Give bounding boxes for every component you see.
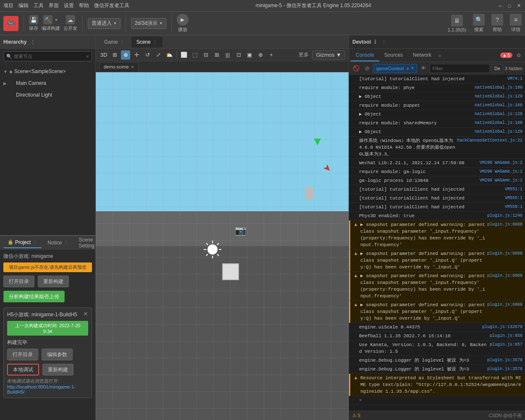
log-link[interactable]: VM555:1: [505, 195, 522, 202]
log-link[interactable]: VM551:1: [505, 186, 522, 193]
log-link[interactable]: plugin.js:856: [490, 333, 522, 339]
filter-input[interactable]: [433, 66, 487, 71]
rebuild-button[interactable]: 重新构建: [38, 276, 69, 287]
tree-item-scene[interactable]: ▼ ◆ Scene<SampleScene>: [0, 66, 95, 77]
context-selector[interactable]: gameContext ● ▼: [373, 64, 417, 73]
btn-cloud[interactable]: ⛅: [165, 50, 174, 60]
maximize-button[interactable]: □: [507, 3, 512, 9]
hierarchy-menu-icon[interactable]: ⋮: [30, 39, 36, 45]
notice-tab-dots[interactable]: ⋮: [63, 240, 68, 246]
btn-t3[interactable]: ⊟: [201, 50, 210, 60]
log-link[interactable]: nativeGlobal.js:129: [475, 111, 522, 118]
close-button[interactable]: ✕: [516, 3, 522, 9]
btn-grid[interactable]: ⊞: [110, 50, 119, 60]
h5-local-debug-button[interactable]: 本地调试: [7, 364, 39, 375]
btn-scale[interactable]: ⤢: [154, 50, 163, 60]
viewport[interactable]: 📷 ▼ ➤: [96, 72, 349, 420]
play-button[interactable]: ▶: [177, 14, 189, 26]
log-link[interactable]: VM290 WAGame.js:2: [480, 160, 522, 166]
default-levels-selector[interactable]: De: [491, 64, 503, 73]
view-dropdown[interactable]: 2d/3d演示 ▼: [131, 18, 166, 29]
menu-wechat[interactable]: 微信开发者工具: [94, 2, 129, 9]
minimize-button[interactable]: ─: [497, 3, 503, 9]
gizmos-button[interactable]: Gizmos ▼: [312, 50, 345, 60]
tab-notice[interactable]: Notice ⋮: [43, 237, 73, 248]
btn-select[interactable]: ⊕: [121, 50, 130, 60]
btn-t9[interactable]: +: [267, 50, 276, 60]
h5-edit-params-button[interactable]: 编辑参数: [42, 349, 73, 360]
local-debug-url[interactable]: http://localhost:8001/minigame-1-BuildH5…: [7, 384, 88, 394]
log-link[interactable]: VM559:1: [505, 204, 522, 210]
cloud-group[interactable]: ☁ 云开发: [63, 15, 77, 32]
tab-scene-setting[interactable]: Scene Setting: [74, 237, 98, 248]
save-group[interactable]: 💾 保存: [29, 15, 38, 32]
log-link[interactable]: VM290 WAGame.js:2: [480, 168, 522, 175]
search-clear-icon[interactable]: ✕: [86, 54, 89, 59]
log-link[interactable]: plugin.js:132679: [482, 324, 522, 331]
log-link[interactable]: nativeGlobal.js:160: [475, 102, 522, 109]
tab-sources[interactable]: Sources: [379, 50, 408, 61]
hierarchy-search-input[interactable]: [14, 54, 80, 59]
clear-console-button[interactable]: 🚫: [352, 64, 361, 73]
h5-open-dir-button[interactable]: 打开目录: [7, 349, 38, 360]
menu-help[interactable]: 帮助: [79, 2, 89, 9]
game-tab-dots[interactable]: ⋮: [120, 39, 125, 45]
log-link[interactable]: plugin.js:857: [490, 341, 522, 348]
project-tab-dots[interactable]: ⋮: [32, 239, 37, 245]
open-dir-button[interactable]: 打开目录: [3, 276, 34, 287]
help-item[interactable]: ? 帮助: [491, 14, 503, 33]
analyze-button[interactable]: 分析构建结果能否上传: [3, 291, 65, 302]
h5-rebuild-button[interactable]: 重新构建: [42, 364, 74, 375]
menu-settings[interactable]: 设置: [64, 2, 74, 9]
log-link[interactable]: nativeGlobal.js:129: [475, 129, 522, 135]
scene-file-close-icon[interactable]: ✕: [131, 65, 134, 69]
log-link[interactable]: plugin.js:6008: [487, 250, 522, 257]
log-link[interactable]: nativeGlobal.js:129: [475, 93, 522, 100]
menu-tools[interactable]: 工具: [34, 2, 44, 9]
btn-rotate[interactable]: ↺: [143, 50, 152, 60]
tab-scene[interactable]: Scene ⋮: [131, 37, 163, 47]
log-link[interactable]: plugin.js:6008: [487, 221, 522, 228]
btn-t2[interactable]: ⬚: [190, 50, 200, 60]
devtools-settings-button[interactable]: ⚙: [514, 51, 523, 60]
detail-item[interactable]: ≡ 详情: [510, 14, 522, 33]
log-link[interactable]: nativeGlobal.js:160: [475, 120, 522, 126]
version-item[interactable]: 🖥 1.1.35(5): [448, 15, 466, 32]
tree-item-directional-light[interactable]: Directional Light: [0, 89, 95, 101]
btn-t8[interactable]: ⊕: [256, 50, 265, 60]
compile-group[interactable]: 🔨 ▼ 编译构建: [42, 15, 60, 32]
tree-item-main-camera[interactable]: ▶ Main Camera: [0, 77, 95, 89]
log-link[interactable]: VM290 WAGame.js:2: [480, 177, 522, 184]
btn-t6[interactable]: ⊡: [234, 50, 243, 60]
devtools-more-icon[interactable]: »: [438, 52, 441, 59]
filter-console-button[interactable]: ⊘: [362, 64, 372, 73]
tab-network[interactable]: Network: [408, 50, 436, 61]
btn-t1[interactable]: ⬜: [179, 50, 189, 60]
log-link[interactable]: plugin.js:3578: [487, 366, 522, 373]
mode-dropdown[interactable]: 普通进入 ▼: [88, 18, 121, 29]
menu-interface[interactable]: 界面: [49, 2, 59, 9]
btn-t4[interactable]: ⊞: [212, 50, 221, 60]
btn-move[interactable]: ✛: [132, 50, 141, 60]
tab-console[interactable]: Console: [351, 50, 379, 61]
devtools-info-icon[interactable]: ℹ: [374, 39, 376, 45]
btn-t7[interactable]: ▣: [245, 50, 254, 60]
log-link[interactable]: plugin.js:6008: [487, 273, 522, 279]
more-button[interactable]: 更多: [299, 51, 309, 58]
menu-edit[interactable]: 编辑: [18, 2, 29, 9]
btn-3d[interactable]: 3D: [99, 50, 108, 60]
search-item[interactable]: 🔍 搜索: [473, 14, 485, 33]
h5-card-close-button[interactable]: ✕: [83, 310, 88, 317]
btn-t5[interactable]: |||: [223, 50, 232, 60]
devtools-menu-icon[interactable]: ⋮: [381, 39, 386, 45]
scene-file-tab[interactable]: demo.scene ✕: [99, 62, 139, 71]
tab-game[interactable]: Game ⋮: [99, 37, 130, 47]
eye-button[interactable]: 👁: [419, 64, 428, 73]
log-link[interactable]: VM74:1: [507, 76, 522, 82]
log-link[interactable]: plugin.js:6008: [487, 302, 522, 308]
log-link[interactable]: plugin.js:1246: [487, 213, 522, 219]
log-link[interactable]: plugin.js:3578: [487, 357, 522, 364]
log-link[interactable]: hackCanvasGetContext.js:22: [457, 137, 522, 144]
log-link[interactable]: nativeGlobal.js:160: [475, 84, 522, 91]
menu-project[interactable]: 项目: [3, 2, 13, 9]
